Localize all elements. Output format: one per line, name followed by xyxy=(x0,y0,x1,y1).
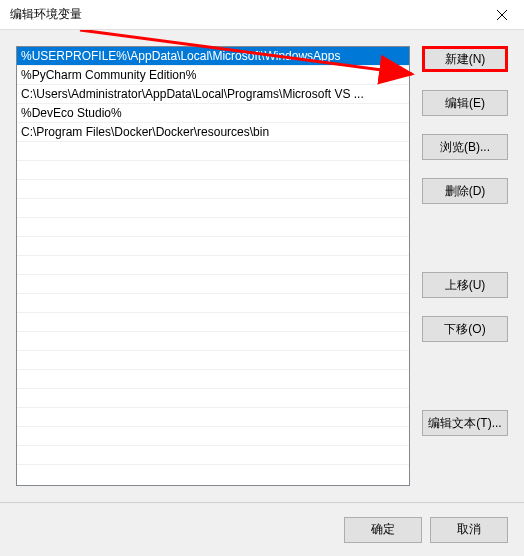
dialog-window: 编辑环境变量 %USERPROFILE%\AppData\Local\Micro… xyxy=(0,0,524,556)
list-item-empty[interactable] xyxy=(17,427,409,446)
path-list[interactable]: %USERPROFILE%\AppData\Local\Microsoft\Wi… xyxy=(16,46,410,486)
content-area: %USERPROFILE%\AppData\Local\Microsoft\Wi… xyxy=(0,30,524,502)
list-item-empty[interactable] xyxy=(17,142,409,161)
list-item-empty[interactable] xyxy=(17,408,409,427)
close-icon xyxy=(497,10,507,20)
edit-text-button[interactable]: 编辑文本(T)... xyxy=(422,410,508,436)
delete-button[interactable]: 删除(D) xyxy=(422,178,508,204)
footer: 确定 取消 xyxy=(0,502,524,556)
list-item-empty[interactable] xyxy=(17,446,409,465)
new-button[interactable]: 新建(N) xyxy=(422,46,508,72)
list-item[interactable]: %PyCharm Community Edition% xyxy=(17,66,409,85)
list-item-empty[interactable] xyxy=(17,180,409,199)
list-item-empty[interactable] xyxy=(17,161,409,180)
window-title: 编辑环境变量 xyxy=(10,6,479,23)
spacer xyxy=(422,166,508,172)
list-item[interactable]: C:\Users\Administrator\AppData\Local\Pro… xyxy=(17,85,409,104)
list-item-empty[interactable] xyxy=(17,370,409,389)
list-item-empty[interactable] xyxy=(17,199,409,218)
list-item[interactable]: %USERPROFILE%\AppData\Local\Microsoft\Wi… xyxy=(17,47,409,66)
list-item[interactable]: %DevEco Studio% xyxy=(17,104,409,123)
spacer xyxy=(422,122,508,128)
close-button[interactable] xyxy=(479,0,524,30)
titlebar: 编辑环境变量 xyxy=(0,0,524,30)
list-item-empty[interactable] xyxy=(17,294,409,313)
browse-button[interactable]: 浏览(B)... xyxy=(422,134,508,160)
list-item-empty[interactable] xyxy=(17,351,409,370)
list-item-empty[interactable] xyxy=(17,332,409,351)
spacer xyxy=(422,348,508,404)
cancel-button[interactable]: 取消 xyxy=(430,517,508,543)
list-item-empty[interactable] xyxy=(17,313,409,332)
list-item[interactable]: C:\Program Files\Docker\Docker\resources… xyxy=(17,123,409,142)
list-item-empty[interactable] xyxy=(17,218,409,237)
list-item-empty[interactable] xyxy=(17,389,409,408)
list-item-empty[interactable] xyxy=(17,256,409,275)
edit-button[interactable]: 编辑(E) xyxy=(422,90,508,116)
spacer xyxy=(422,304,508,310)
button-column: 新建(N) 编辑(E) 浏览(B)... 删除(D) 上移(U) 下移(O) 编… xyxy=(422,46,508,486)
ok-button[interactable]: 确定 xyxy=(344,517,422,543)
list-item-empty[interactable] xyxy=(17,275,409,294)
list-item-empty[interactable] xyxy=(17,237,409,256)
move-down-button[interactable]: 下移(O) xyxy=(422,316,508,342)
spacer xyxy=(422,78,508,84)
move-up-button[interactable]: 上移(U) xyxy=(422,272,508,298)
spacer xyxy=(422,210,508,266)
